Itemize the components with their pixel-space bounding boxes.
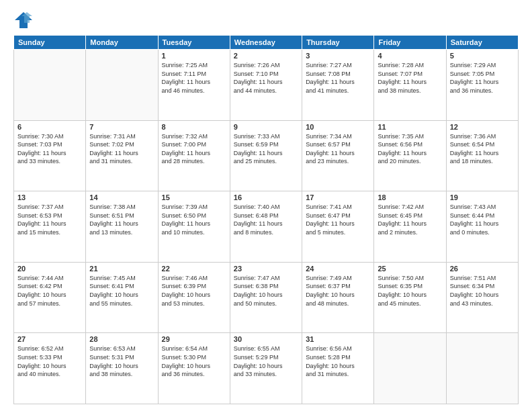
day-number: 28 (89, 335, 154, 343)
day-number: 21 (89, 265, 154, 273)
day-info: Sunrise: 7:25 AM Sunset: 7:11 PM Dayligh… (162, 61, 226, 95)
weekday-header-thursday: Thursday (302, 36, 374, 50)
day-cell: 10Sunrise: 7:34 AM Sunset: 6:57 PM Dayli… (302, 120, 374, 191)
day-number: 17 (306, 193, 370, 201)
day-cell: 3Sunrise: 7:27 AM Sunset: 7:08 PM Daylig… (302, 50, 374, 121)
day-cell (446, 333, 518, 404)
day-cell (86, 50, 158, 121)
day-info: Sunrise: 7:47 AM Sunset: 6:38 PM Dayligh… (234, 274, 298, 308)
day-info: Sunrise: 7:49 AM Sunset: 6:37 PM Dayligh… (306, 274, 370, 308)
day-info: Sunrise: 7:41 AM Sunset: 6:47 PM Dayligh… (306, 203, 370, 236)
day-number: 31 (306, 335, 370, 343)
weekday-header-monday: Monday (86, 36, 158, 50)
logo (13, 11, 36, 30)
weekday-header-friday: Friday (374, 36, 446, 50)
day-cell: 16Sunrise: 7:40 AM Sunset: 6:48 PM Dayli… (230, 191, 302, 263)
day-cell: 18Sunrise: 7:42 AM Sunset: 6:45 PM Dayli… (374, 191, 446, 263)
day-number: 9 (234, 123, 298, 131)
day-cell: 6Sunrise: 7:30 AM Sunset: 7:03 PM Daylig… (14, 120, 86, 191)
day-cell: 25Sunrise: 7:50 AM Sunset: 6:35 PM Dayli… (374, 262, 446, 333)
day-cell: 14Sunrise: 7:38 AM Sunset: 6:51 PM Dayli… (86, 191, 158, 263)
day-number: 14 (89, 193, 154, 201)
day-info: Sunrise: 7:38 AM Sunset: 6:51 PM Dayligh… (89, 203, 154, 236)
day-cell: 19Sunrise: 7:43 AM Sunset: 6:44 PM Dayli… (446, 191, 518, 263)
day-number: 30 (234, 335, 298, 343)
day-number: 7 (89, 123, 154, 131)
calendar-table: SundayMondayTuesdayWednesdayThursdayFrid… (13, 35, 519, 404)
day-number: 5 (450, 52, 515, 60)
day-info: Sunrise: 7:39 AM Sunset: 6:50 PM Dayligh… (162, 203, 226, 236)
day-cell (374, 333, 446, 404)
day-number: 23 (234, 265, 298, 273)
day-info: Sunrise: 7:26 AM Sunset: 7:10 PM Dayligh… (234, 61, 298, 95)
day-info: Sunrise: 7:45 AM Sunset: 6:41 PM Dayligh… (89, 274, 154, 308)
day-cell: 20Sunrise: 7:44 AM Sunset: 6:42 PM Dayli… (14, 262, 86, 333)
day-info: Sunrise: 7:31 AM Sunset: 7:02 PM Dayligh… (89, 132, 154, 166)
day-cell: 8Sunrise: 7:32 AM Sunset: 7:00 PM Daylig… (158, 120, 230, 191)
day-info: Sunrise: 6:55 AM Sunset: 5:29 PM Dayligh… (234, 345, 298, 378)
day-cell: 21Sunrise: 7:45 AM Sunset: 6:41 PM Dayli… (86, 262, 158, 333)
header (13, 11, 519, 30)
day-cell: 29Sunrise: 6:54 AM Sunset: 5:30 PM Dayli… (158, 333, 230, 404)
calendar-body: 1Sunrise: 7:25 AM Sunset: 7:11 PM Daylig… (14, 50, 519, 404)
day-number: 27 (17, 335, 82, 343)
day-info: Sunrise: 6:54 AM Sunset: 5:30 PM Dayligh… (162, 345, 226, 378)
day-cell: 24Sunrise: 7:49 AM Sunset: 6:37 PM Dayli… (302, 262, 374, 333)
day-cell: 27Sunrise: 6:52 AM Sunset: 5:33 PM Dayli… (14, 333, 86, 404)
day-number: 22 (162, 265, 226, 273)
day-info: Sunrise: 7:28 AM Sunset: 7:07 PM Dayligh… (378, 61, 442, 95)
day-info: Sunrise: 7:36 AM Sunset: 6:54 PM Dayligh… (450, 132, 515, 166)
day-number: 25 (378, 265, 442, 273)
day-info: Sunrise: 7:27 AM Sunset: 7:08 PM Dayligh… (306, 61, 370, 95)
day-number: 10 (306, 123, 370, 131)
day-info: Sunrise: 7:44 AM Sunset: 6:42 PM Dayligh… (17, 274, 82, 308)
day-number: 12 (450, 123, 515, 131)
day-number: 1 (162, 52, 226, 60)
day-number: 16 (234, 193, 298, 201)
day-number: 18 (378, 193, 442, 201)
day-info: Sunrise: 6:53 AM Sunset: 5:31 PM Dayligh… (89, 345, 154, 378)
day-cell: 4Sunrise: 7:28 AM Sunset: 7:07 PM Daylig… (374, 50, 446, 121)
week-row-4: 27Sunrise: 6:52 AM Sunset: 5:33 PM Dayli… (14, 333, 519, 404)
day-cell: 31Sunrise: 6:56 AM Sunset: 5:28 PM Dayli… (302, 333, 374, 404)
day-info: Sunrise: 6:56 AM Sunset: 5:28 PM Dayligh… (306, 345, 370, 378)
day-number: 8 (162, 123, 226, 131)
day-cell: 5Sunrise: 7:29 AM Sunset: 7:05 PM Daylig… (446, 50, 518, 121)
day-number: 4 (378, 52, 442, 60)
day-number: 3 (306, 52, 370, 60)
day-info: Sunrise: 7:37 AM Sunset: 6:53 PM Dayligh… (17, 203, 82, 236)
day-cell: 15Sunrise: 7:39 AM Sunset: 6:50 PM Dayli… (158, 191, 230, 263)
day-number: 29 (162, 335, 226, 343)
day-cell: 17Sunrise: 7:41 AM Sunset: 6:47 PM Dayli… (302, 191, 374, 263)
week-row-1: 6Sunrise: 7:30 AM Sunset: 7:03 PM Daylig… (14, 120, 519, 191)
day-number: 19 (450, 193, 515, 201)
day-cell: 7Sunrise: 7:31 AM Sunset: 7:02 PM Daylig… (86, 120, 158, 191)
day-info: Sunrise: 7:35 AM Sunset: 6:56 PM Dayligh… (378, 132, 442, 166)
weekday-header-tuesday: Tuesday (158, 36, 230, 50)
day-cell: 2Sunrise: 7:26 AM Sunset: 7:10 PM Daylig… (230, 50, 302, 121)
day-info: Sunrise: 7:29 AM Sunset: 7:05 PM Dayligh… (450, 61, 515, 95)
day-info: Sunrise: 7:46 AM Sunset: 6:39 PM Dayligh… (162, 274, 226, 308)
day-number: 2 (234, 52, 298, 60)
day-info: Sunrise: 7:30 AM Sunset: 7:03 PM Dayligh… (17, 132, 82, 166)
day-cell: 12Sunrise: 7:36 AM Sunset: 6:54 PM Dayli… (446, 120, 518, 191)
day-cell: 11Sunrise: 7:35 AM Sunset: 6:56 PM Dayli… (374, 120, 446, 191)
day-number: 20 (17, 265, 82, 273)
day-number: 24 (306, 265, 370, 273)
week-row-0: 1Sunrise: 7:25 AM Sunset: 7:11 PM Daylig… (14, 50, 519, 121)
day-info: Sunrise: 7:43 AM Sunset: 6:44 PM Dayligh… (450, 203, 515, 236)
day-cell: 28Sunrise: 6:53 AM Sunset: 5:31 PM Dayli… (86, 333, 158, 404)
day-info: Sunrise: 7:51 AM Sunset: 6:34 PM Dayligh… (450, 274, 515, 308)
day-number: 6 (17, 123, 82, 131)
day-info: Sunrise: 6:52 AM Sunset: 5:33 PM Dayligh… (17, 345, 82, 378)
day-number: 26 (450, 265, 515, 273)
week-row-2: 13Sunrise: 7:37 AM Sunset: 6:53 PM Dayli… (14, 191, 519, 263)
day-number: 15 (162, 193, 226, 201)
day-cell: 13Sunrise: 7:37 AM Sunset: 6:53 PM Dayli… (14, 191, 86, 263)
day-number: 11 (378, 123, 442, 131)
calendar-header: SundayMondayTuesdayWednesdayThursdayFrid… (14, 36, 519, 50)
day-info: Sunrise: 7:33 AM Sunset: 6:59 PM Dayligh… (234, 132, 298, 166)
day-cell: 23Sunrise: 7:47 AM Sunset: 6:38 PM Dayli… (230, 262, 302, 333)
day-number: 13 (17, 193, 82, 201)
day-cell (14, 50, 86, 121)
